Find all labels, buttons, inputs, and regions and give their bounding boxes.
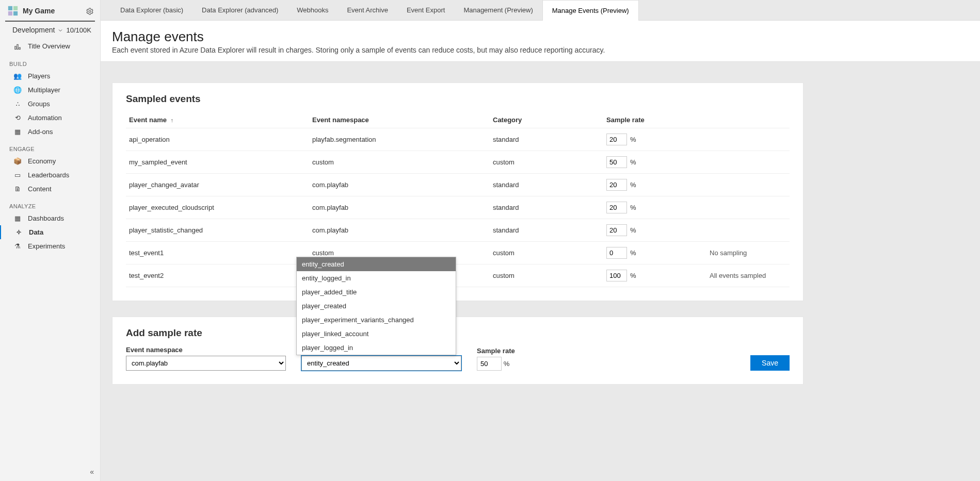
save-button[interactable]: Save <box>750 355 790 371</box>
percent-sign: % <box>630 226 636 234</box>
globe-icon: 🌐 <box>13 86 22 94</box>
sampled-events-card: Sampled events Event name ↑ Event namesp… <box>112 82 804 301</box>
economy-icon: 📦 <box>13 157 22 165</box>
dropdown-option[interactable]: entity_logged_in <box>297 271 456 285</box>
col-category[interactable]: Category <box>490 112 603 128</box>
page-subtitle: Each event stored in Azure Data Explorer… <box>112 46 969 54</box>
label-event-namespace: Event namespace <box>126 346 286 354</box>
nav-label: Players <box>28 72 50 80</box>
table-row: api_operationplayfab.segmentationstandar… <box>126 128 790 151</box>
nav-players[interactable]: 👥Players <box>0 69 100 83</box>
groups-icon: ⛬ <box>13 100 22 108</box>
tab-event-archive[interactable]: Event Archive <box>338 0 397 20</box>
cell-note <box>706 196 790 219</box>
collapse-sidebar-icon[interactable]: « <box>90 468 94 476</box>
dropdown-option[interactable]: player_logged_in <box>297 341 456 355</box>
cell-note <box>706 174 790 196</box>
nav-title-overview[interactable]: Title Overview <box>0 39 100 54</box>
cell-category: custom <box>490 264 603 287</box>
tab-data-explorer-advanced-[interactable]: Data Explorer (advanced) <box>192 0 287 20</box>
page-title: Manage events <box>112 29 969 45</box>
add-sample-rate-card: Add sample rate Event namespace com.play… <box>112 317 804 385</box>
nav-label: Dashboards <box>28 214 64 222</box>
dashboards-icon: ▦ <box>13 214 22 222</box>
cell-namespace: custom <box>309 151 490 174</box>
environment-label: Development <box>12 26 55 34</box>
dropdown-option[interactable]: player_linked_account <box>297 327 456 341</box>
nav-label: Title Overview <box>28 42 70 50</box>
nav-label: Add-ons <box>28 128 53 136</box>
label-sample-rate: Sample rate <box>477 347 515 355</box>
dropdown-option[interactable]: player_created <box>297 299 456 313</box>
nav-label: Automation <box>28 114 62 122</box>
col-event-namespace[interactable]: Event namespace <box>309 112 490 128</box>
experiments-icon: ⚗ <box>13 242 22 250</box>
nav-experiments[interactable]: ⚗Experiments <box>0 239 100 253</box>
dropdown-option[interactable]: player_added_title <box>297 285 456 299</box>
game-logo-icon <box>7 5 19 16</box>
percent-sign: % <box>630 204 636 211</box>
svg-rect-1 <box>13 6 18 10</box>
table-row: my_sampled_eventcustomcustom% <box>126 151 790 174</box>
row-rate-input[interactable] <box>606 247 627 259</box>
col-event-name[interactable]: Event name ↑ <box>126 112 309 128</box>
tab-webhooks[interactable]: Webhooks <box>287 0 338 20</box>
tab-management-preview-[interactable]: Management (Preview) <box>454 0 542 20</box>
input-sample-rate[interactable] <box>477 357 502 371</box>
nav-groups[interactable]: ⛬Groups <box>0 97 100 111</box>
usage-counter: 10/100K <box>67 26 91 34</box>
nav-leaderboards[interactable]: ▭Leaderboards <box>0 168 100 182</box>
percent-sign: % <box>630 158 636 166</box>
cell-category: standard <box>490 128 603 151</box>
tab-manage-events-preview-[interactable]: Manage Events (Preview) <box>542 0 639 21</box>
main-content: Data Explorer (basic)Data Explorer (adva… <box>101 0 980 481</box>
nav-content[interactable]: 🗎Content <box>0 182 100 196</box>
cell-namespace: com.playfab <box>309 174 490 196</box>
row-rate-input[interactable] <box>606 179 627 191</box>
tab-bar: Data Explorer (basic)Data Explorer (adva… <box>101 0 980 21</box>
row-rate-input[interactable] <box>606 270 627 281</box>
settings-gear-icon[interactable] <box>86 7 94 15</box>
svg-rect-7 <box>19 47 20 49</box>
table-row: player_statistic_changedcom.playfabstand… <box>126 219 790 242</box>
game-title: My Game <box>23 7 82 15</box>
section-build: BUILD <box>0 54 100 69</box>
cell-event-name: test_event2 <box>126 264 309 287</box>
svg-rect-5 <box>15 46 16 49</box>
cell-event-name: player_executed_cloudscript <box>126 196 309 219</box>
select-event-name[interactable]: entity_created <box>301 356 461 371</box>
dropdown-option[interactable]: entity_created <box>297 257 456 271</box>
nav-data[interactable]: ✧Data <box>0 225 100 239</box>
row-rate-input[interactable] <box>606 156 627 168</box>
section-engage: ENGAGE <box>0 139 100 154</box>
cell-rate: % <box>603 151 706 174</box>
col-note <box>706 112 790 128</box>
event-name-dropdown[interactable]: entity_createdentity_logged_inplayer_add… <box>296 257 456 355</box>
environment-selector[interactable]: Development <box>12 26 63 34</box>
cell-rate: % <box>603 219 706 242</box>
nav-dashboards[interactable]: ▦Dashboards <box>0 211 100 225</box>
dropdown-option[interactable]: player_experiment_variants_changed <box>297 313 456 327</box>
tab-data-explorer-basic-[interactable]: Data Explorer (basic) <box>111 0 192 20</box>
cell-event-name: api_operation <box>126 128 309 151</box>
table-row: player_changed_avatarcom.playfabstandard… <box>126 174 790 196</box>
row-rate-input[interactable] <box>606 224 627 236</box>
table-row: test_event1customcustom%No sampling <box>126 242 790 264</box>
cell-rate: % <box>603 196 706 219</box>
nav-multiplayer[interactable]: 🌐Multiplayer <box>0 83 100 97</box>
nav-automation[interactable]: ⟲Automation <box>0 111 100 125</box>
tab-event-export[interactable]: Event Export <box>397 0 454 20</box>
sort-ascending-icon: ↑ <box>171 117 174 123</box>
nav-label: Experiments <box>28 242 65 250</box>
select-event-namespace[interactable]: com.playfab <box>126 356 286 371</box>
col-sample-rate[interactable]: Sample rate <box>603 112 706 128</box>
cell-event-name: player_changed_avatar <box>126 174 309 196</box>
nav-economy[interactable]: 📦Economy <box>0 154 100 168</box>
cell-category: standard <box>490 219 603 242</box>
nav-addons[interactable]: ▦Add-ons <box>0 125 100 139</box>
percent-sign: % <box>630 272 636 279</box>
row-rate-input[interactable] <box>606 202 627 213</box>
percent-sign: % <box>630 181 636 189</box>
col-label: Event name <box>129 116 167 124</box>
row-rate-input[interactable] <box>606 134 627 145</box>
